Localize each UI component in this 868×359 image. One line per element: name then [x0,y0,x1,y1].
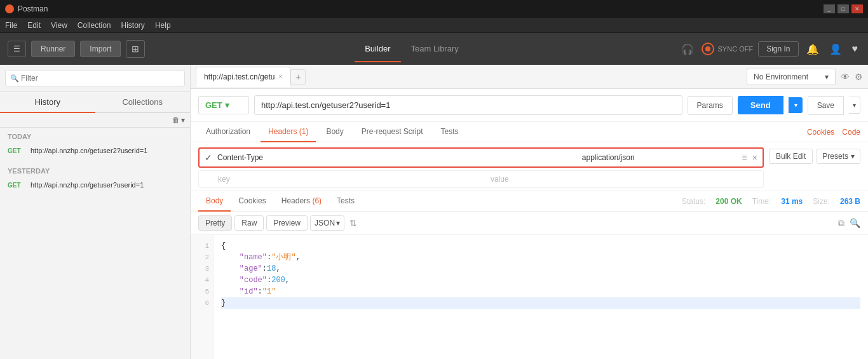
code-line-5: "id": "1" [221,286,860,297]
sidebar-toggle-button[interactable]: ☰ [8,41,26,57]
code-line-3: "age": 18, [221,263,860,274]
filter-icon[interactable]: ⇅ [349,218,357,228]
history-today: Today GET http://api.nnzhp.cn/getuser2?u… [0,128,190,162]
request-line: GET ▾ Params Send ▾ Save ▾ [191,89,868,122]
bell-icon[interactable]: 🔔 [804,41,822,58]
close-tab-icon[interactable]: × [278,73,282,80]
person-icon[interactable]: 👤 [827,41,844,58]
tab-tests[interactable]: Tests [433,122,466,142]
search-input[interactable] [5,70,185,86]
tab-history[interactable]: History [0,92,95,113]
list-item[interactable]: GET http://api.nnzhp.cn/getuser?userid=1 [8,179,182,191]
today-label: Today [8,133,182,140]
format-type-selector[interactable]: JSON ▾ [310,215,344,231]
params-button[interactable]: Params [688,96,733,115]
menu-collection[interactable]: Collection [78,21,111,30]
header-row: ✓ Content-Type application/json ≡ × [198,147,764,168]
window-controls: _ □ ✕ [824,4,863,13]
cookies-link[interactable]: Cookies [807,128,834,137]
env-gear-button[interactable]: ⚙ [855,72,863,82]
history-url: http://api.nnzhp.cn/getuser2?userid=1 [31,147,147,154]
tab-builder[interactable]: Builder [355,36,400,62]
menu-help[interactable]: Help [155,21,171,30]
request-tab[interactable]: http://api.test.cn/getu × [196,67,290,87]
bulk-edit-button[interactable]: Bulk Edit [769,149,813,164]
send-dropdown-button[interactable]: ▾ [789,97,803,113]
resp-tab-body[interactable]: Body [198,191,231,212]
format-preview-button[interactable]: Preview [266,215,308,231]
menu-edit[interactable]: Edit [27,21,41,30]
size-value: 263 B [840,197,860,206]
time-label: Time: [752,197,771,206]
url-input[interactable] [254,95,682,115]
send-button[interactable]: Send [738,96,783,114]
runner-button[interactable]: Runner [31,41,75,57]
sync-icon [702,43,714,55]
header-menu-button[interactable]: ≡ [742,152,747,163]
tab-collections[interactable]: Collections [95,92,191,113]
search-response-button[interactable]: 🔍 [850,218,860,229]
main-layout: 🔍 History Collections 🗑 ▾ Today GET http… [0,65,868,359]
code-link[interactable]: Code [842,128,860,137]
content-area: http://api.test.cn/getu × + No Environme… [191,65,868,359]
format-raw-button[interactable]: Raw [234,215,264,231]
header-empty-row: key value [198,170,764,188]
sidebar-tabs: History Collections [0,92,190,113]
tab-body[interactable]: Body [318,122,351,142]
header-checkbox[interactable]: ✓ [205,152,212,163]
menu-history[interactable]: History [121,21,145,30]
history-yesterday: Yesterday GET http://api.nnzhp.cn/getuse… [0,162,190,196]
add-tab-button[interactable]: + [290,69,306,85]
environment-area: No Environment ▾ 👁 ⚙ [747,69,863,85]
menu-view[interactable]: View [51,21,67,30]
header-actions: ≡ × [742,152,757,163]
code-line-1: { [221,240,860,252]
line-numbers: 1 2 3 4 5 6 [191,235,214,359]
method-selector[interactable]: GET ▾ [198,96,249,114]
header-key: Content-Type [217,153,475,162]
maximize-button[interactable]: □ [837,4,849,13]
tab-team-library[interactable]: Team Library [401,36,469,62]
toolbar-center: Builder Team Library [150,36,673,62]
presets-button[interactable]: Presets ▾ [817,149,860,164]
titlebar: Postman _ □ ✕ [0,0,868,18]
format-pretty-button[interactable]: Pretty [198,215,232,231]
status-value: 200 OK [715,197,742,206]
delete-history-button[interactable]: 🗑 ▾ [172,116,185,125]
header-delete-button[interactable]: × [752,152,757,163]
right-links: Cookies Code [807,128,860,137]
tab-authorization[interactable]: Authorization [198,122,258,142]
environment-label: No Environment [754,72,808,81]
import-button[interactable]: Import [80,41,121,57]
request-tabs-bar: http://api.test.cn/getu × + No Environme… [191,65,868,89]
resp-tab-cookies[interactable]: Cookies [231,191,273,212]
yesterday-label: Yesterday [8,167,182,175]
close-button[interactable]: ✕ [851,4,863,13]
env-eye-button[interactable]: 👁 [841,72,850,82]
save-dropdown-button[interactable]: ▾ [849,97,860,114]
headers-area: ✓ Content-Type application/json ≡ × key … [191,142,868,191]
app-name: Postman [18,4,824,13]
environment-selector[interactable]: No Environment ▾ [747,69,836,85]
copy-response-button[interactable]: ⧉ [838,218,844,229]
list-item[interactable]: GET http://api.nnzhp.cn/getuser2?userid=… [8,144,182,157]
toolbar-left: ☰ Runner Import ⊞ [8,40,145,58]
menu-file[interactable]: File [5,21,17,30]
resp-tab-tests[interactable]: Tests [329,191,362,212]
sign-in-button[interactable]: Sign In [758,41,798,57]
status-label: Status: [682,197,705,206]
new-tab-button[interactable]: ⊞ [126,40,145,58]
headset-icon[interactable]: 🎧 [679,41,696,58]
save-button[interactable]: Save [808,96,844,115]
size-label: Size: [813,197,830,206]
resp-tab-headers[interactable]: Headers (6) [274,191,329,212]
delete-icon: 🗑 [172,116,180,125]
response-status: Status: 200 OK Time: 31 ms Size: 263 B [682,197,860,206]
toolbar: ☰ Runner Import ⊞ Builder Team Library 🎧… [0,33,868,65]
heart-icon[interactable]: ♥ [850,41,861,57]
env-chevron-icon: ▾ [825,72,829,81]
format-chevron-icon: ▾ [336,219,340,227]
tab-pre-request[interactable]: Pre-request Script [354,122,431,142]
tab-headers[interactable]: Headers (1) [261,122,316,142]
minimize-button[interactable]: _ [824,4,835,13]
